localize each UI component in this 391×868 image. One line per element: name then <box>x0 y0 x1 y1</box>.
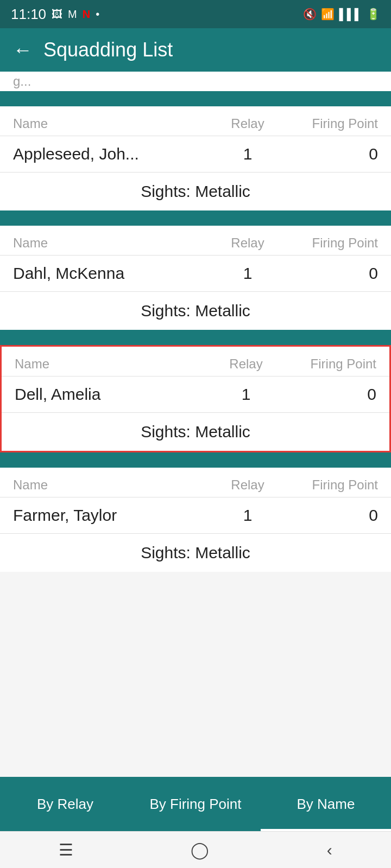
nav-label-by-name: By Name <box>297 796 355 813</box>
competitor-name-appleseed: Appleseed, Joh... <box>13 145 204 163</box>
col-fp-label-3: Firing Point <box>289 356 376 372</box>
competitor-row-dahl: Dahl, McKenna 1 0 <box>0 256 391 292</box>
card-header-dell: Name Relay Firing Point <box>2 347 389 376</box>
sys-home-icon[interactable]: ◯ <box>191 840 209 859</box>
competitor-fp-dell: 0 <box>289 385 376 404</box>
card-header-appleseed: Name Relay Firing Point <box>0 106 391 136</box>
mute-icon: 🔇 <box>303 8 317 21</box>
app-bar: ← Squadding List <box>0 28 391 72</box>
sys-back-icon[interactable]: ‹ <box>327 841 332 859</box>
mail-icon: M <box>68 8 77 21</box>
status-time: 11:10 <box>11 6 46 23</box>
competitor-fp-farmer: 0 <box>291 506 378 525</box>
battery-icon: 🔋 <box>367 8 380 21</box>
nav-item-by-relay[interactable]: By Relay <box>0 777 130 831</box>
competitor-name-farmer: Farmer, Taylor <box>13 506 204 525</box>
competitor-relay-dahl: 1 <box>204 264 291 283</box>
competitor-row-appleseed: Appleseed, Joh... 1 0 <box>0 136 391 173</box>
nav-item-by-name[interactable]: By Name <box>261 777 391 831</box>
competitor-relay-appleseed: 1 <box>204 145 291 163</box>
competitor-sights-farmer: Sights: Metallic <box>0 534 391 572</box>
status-bar: 11:10 🖼 M N • 🔇 📶 ▌▌▌ 🔋 <box>0 0 391 28</box>
competitor-fp-dahl: 0 <box>291 264 378 283</box>
system-nav-bar: ☰ ◯ ‹ <box>0 831 391 868</box>
competitor-row-farmer: Farmer, Taylor 1 0 <box>0 497 391 534</box>
signal-icon: ▌▌▌ <box>339 8 362 21</box>
nav-item-by-firing-point[interactable]: By Firing Point <box>130 777 261 831</box>
col-relay-label-3: Relay <box>203 356 289 372</box>
competitor-row-dell: Dell, Amelia 1 0 <box>2 376 389 413</box>
col-relay-label-4: Relay <box>204 477 291 493</box>
competitor-card-dahl[interactable]: Name Relay Firing Point Dahl, McKenna 1 … <box>0 226 391 330</box>
col-fp-label-2: Firing Point <box>291 235 378 251</box>
col-fp-label-4: Firing Point <box>291 477 378 493</box>
competitor-card-dell[interactable]: Name Relay Firing Point Dell, Amelia 1 0… <box>0 345 391 452</box>
col-name-label-2: Name <box>13 235 204 251</box>
col-relay-label-2: Relay <box>204 235 291 251</box>
card-header-dahl: Name Relay Firing Point <box>0 226 391 256</box>
competitor-relay-dell: 1 <box>203 385 289 404</box>
netflix-icon: N <box>83 8 90 21</box>
partial-card: g... <box>0 72 391 91</box>
col-name-label: Name <box>13 116 204 131</box>
col-name-label-3: Name <box>15 356 203 372</box>
content-area: g... Name Relay Firing Point Appleseed, … <box>0 72 391 777</box>
nav-label-by-firing-point: By Firing Point <box>149 796 241 813</box>
competitor-fp-appleseed: 0 <box>291 145 378 163</box>
sys-menu-icon[interactable]: ☰ <box>59 840 73 859</box>
section-bar-3 <box>0 330 391 345</box>
dot-icon: • <box>96 8 99 21</box>
competitor-card-farmer[interactable]: Name Relay Firing Point Farmer, Taylor 1… <box>0 468 391 572</box>
col-name-label-4: Name <box>13 477 204 493</box>
photo-icon: 🖼 <box>52 8 62 21</box>
competitor-name-dahl: Dahl, McKenna <box>13 264 204 283</box>
partial-text: g... <box>13 74 31 89</box>
status-right: 🔇 📶 ▌▌▌ 🔋 <box>303 8 380 21</box>
bottom-nav: By Relay By Firing Point By Name <box>0 777 391 831</box>
competitor-sights-appleseed: Sights: Metallic <box>0 173 391 210</box>
nav-label-by-relay: By Relay <box>37 796 93 813</box>
section-bar-2 <box>0 210 391 226</box>
section-bar-4 <box>0 452 391 468</box>
card-header-farmer: Name Relay Firing Point <box>0 468 391 497</box>
status-left: 11:10 🖼 M N • <box>11 6 99 23</box>
competitor-card-appleseed[interactable]: Name Relay Firing Point Appleseed, Joh..… <box>0 106 391 210</box>
col-fp-label: Firing Point <box>291 116 378 131</box>
wifi-icon: 📶 <box>321 8 335 21</box>
competitor-relay-farmer: 1 <box>204 506 291 525</box>
col-relay-label: Relay <box>204 116 291 131</box>
competitor-name-dell: Dell, Amelia <box>15 385 203 404</box>
back-button[interactable]: ← <box>13 40 33 60</box>
competitor-sights-dahl: Sights: Metallic <box>0 292 391 330</box>
competitor-sights-dell: Sights: Metallic <box>2 413 389 451</box>
section-bar-1 <box>0 91 391 106</box>
page-title: Squadding List <box>43 39 173 61</box>
